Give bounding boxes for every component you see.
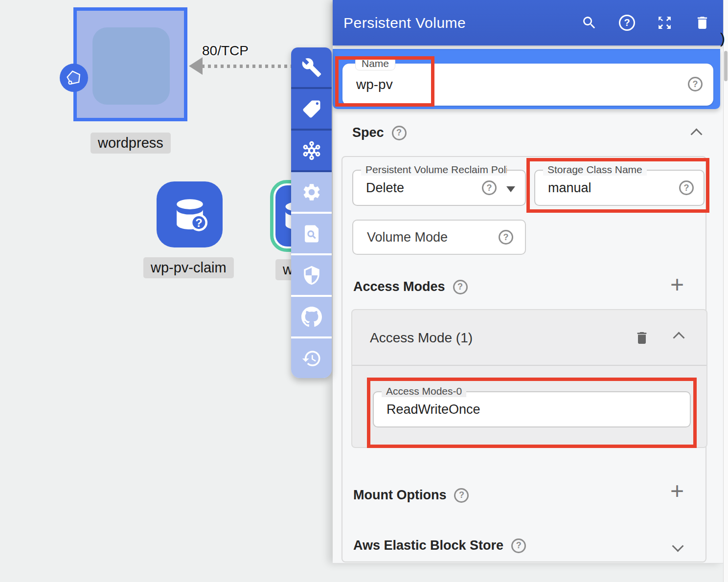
aws-ebs-heading-label: Aws Elastic Block Store bbox=[353, 538, 503, 553]
scrollbar-track[interactable] bbox=[723, 0, 728, 582]
access-mode-card: Access Mode (1) Access Modes-0 ReadWrite… bbox=[351, 309, 707, 448]
mount-options-heading: Mount Options ? bbox=[353, 488, 469, 503]
scrollbar-thumb[interactable] bbox=[724, 51, 728, 81]
help-icon[interactable]: ? bbox=[453, 280, 468, 294]
toolbar-button-hub[interactable] bbox=[291, 131, 332, 172]
database-question-icon: ? bbox=[167, 192, 212, 237]
spec-heading: Spec ? bbox=[352, 125, 407, 140]
name-input-value[interactable]: wp-pv bbox=[356, 64, 393, 106]
github-icon bbox=[301, 307, 322, 327]
clipped-text: ) bbox=[720, 30, 725, 47]
tag-icon bbox=[301, 99, 322, 119]
toolbar-button-preview[interactable] bbox=[291, 214, 332, 255]
help-icon[interactable]: ? bbox=[619, 15, 635, 31]
reclaim-policy-value[interactable]: Delete bbox=[366, 171, 404, 205]
add-mount-option-button[interactable]: + bbox=[670, 484, 684, 498]
help-icon[interactable]: ? bbox=[454, 488, 469, 503]
spec-container: Persistent Volume Reclaim Poli… Delete ?… bbox=[341, 156, 706, 562]
help-icon[interactable]: ? bbox=[511, 538, 526, 553]
toolbar-button-history[interactable] bbox=[291, 338, 332, 378]
expand-icon[interactable] bbox=[657, 15, 673, 31]
trash-icon bbox=[634, 330, 650, 346]
spec-collapse-chevron-icon[interactable] bbox=[690, 128, 702, 140]
shield-icon bbox=[301, 265, 322, 286]
access-mode-card-title: Access Mode (1) bbox=[370, 310, 473, 366]
toolbar-button-gear[interactable] bbox=[291, 172, 332, 214]
panel-header: Persistent Volume ? bbox=[333, 0, 723, 45]
wrench-icon bbox=[301, 57, 322, 78]
name-input[interactable]: Name wp-pv ? bbox=[342, 64, 713, 106]
help-icon[interactable]: ? bbox=[688, 77, 703, 91]
dropdown-caret-icon[interactable] bbox=[506, 186, 515, 192]
edge-dotted-line[interactable] bbox=[202, 65, 298, 68]
edge-arrowhead bbox=[189, 57, 203, 75]
svg-text:?: ? bbox=[195, 216, 203, 229]
highlight-rect-storage-class bbox=[526, 158, 709, 213]
pentagon-icon bbox=[62, 66, 86, 90]
trash-icon[interactable] bbox=[694, 15, 710, 31]
help-icon[interactable]: ? bbox=[482, 180, 497, 195]
pod-badge[interactable] bbox=[60, 64, 88, 92]
panel-title: Persistent Volume bbox=[333, 15, 466, 31]
toolbar-button-shield[interactable] bbox=[291, 255, 332, 297]
toolbar-button-wrench[interactable] bbox=[291, 47, 332, 89]
mount-options-heading-label: Mount Options bbox=[353, 488, 446, 503]
volume-mode-field[interactable]: Volume Mode ? bbox=[352, 220, 526, 255]
wordpress-node[interactable] bbox=[73, 7, 187, 121]
add-access-mode-button[interactable]: + bbox=[670, 277, 684, 292]
access-modes-heading-label: Access Modes bbox=[353, 279, 445, 294]
access-mode-field[interactable]: Access Modes-0 ReadWriteOnce bbox=[373, 391, 691, 427]
volume-mode-label: Volume Mode bbox=[367, 221, 448, 254]
name-section: Name wp-pv ? bbox=[333, 49, 720, 109]
access-mode-collapse-chevron-icon[interactable] bbox=[673, 332, 684, 343]
gear-icon bbox=[301, 182, 322, 202]
wp-pv-claim-node-label: wp-pv-claim bbox=[143, 257, 234, 278]
aws-ebs-expand-chevron-icon[interactable] bbox=[672, 540, 683, 552]
access-mode-card-header: Access Mode (1) bbox=[352, 310, 706, 366]
access-modes-heading: Access Modes ? bbox=[353, 279, 468, 294]
document-search-icon bbox=[301, 224, 322, 244]
wp-pv-claim-node[interactable]: ? bbox=[157, 181, 223, 247]
reclaim-policy-field[interactable]: Persistent Volume Reclaim Poli… Delete ? bbox=[352, 170, 526, 206]
aws-ebs-heading: Aws Elastic Block Store ? bbox=[353, 538, 526, 553]
toolbar-button-tag[interactable] bbox=[291, 89, 332, 131]
spec-heading-label: Spec bbox=[352, 125, 384, 140]
help-icon[interactable]: ? bbox=[499, 230, 513, 245]
hub-icon bbox=[301, 140, 322, 161]
persistent-volume-panel: Persistent Volume ? Name wp-pv ? Spec ? … bbox=[333, 0, 723, 563]
help-icon[interactable]: ? bbox=[392, 126, 407, 140]
wordpress-node-label: wordpress bbox=[91, 133, 171, 154]
panel-header-actions: ? bbox=[581, 0, 710, 45]
delete-access-mode-button[interactable] bbox=[634, 330, 650, 348]
edge-port-label: 80/TCP bbox=[202, 43, 249, 59]
access-mode-field-value[interactable]: ReadWriteOnce bbox=[387, 392, 480, 426]
search-icon[interactable] bbox=[581, 15, 597, 31]
toolbar-button-github[interactable] bbox=[291, 297, 332, 338]
history-icon bbox=[301, 348, 322, 369]
wordpress-node-body bbox=[92, 27, 170, 105]
node-toolbar bbox=[291, 47, 332, 378]
